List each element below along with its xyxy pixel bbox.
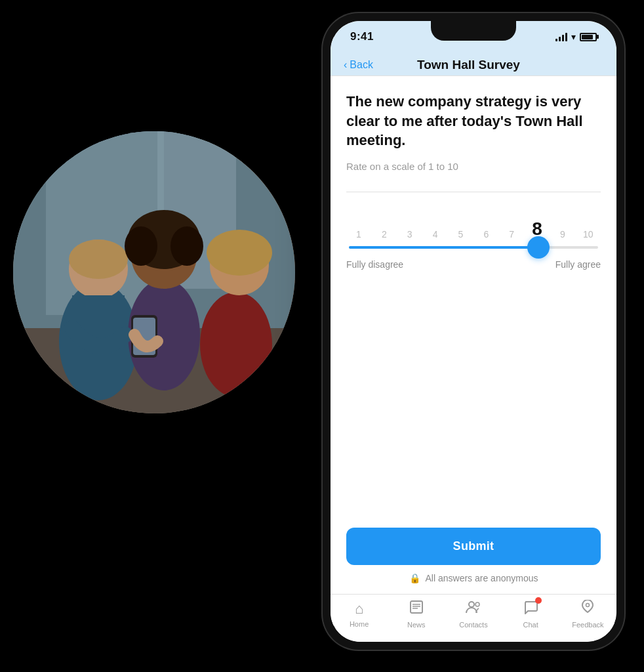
submit-area: Submit 🔒 All answers are anonymous <box>331 508 616 594</box>
svg-point-23 <box>469 602 474 607</box>
scale-6: 6 <box>476 229 496 240</box>
anonymous-text: All answers are anonymous <box>426 573 538 583</box>
hero-photo <box>13 131 295 413</box>
slider-labels: Fully disagree Fully agree <box>346 259 601 270</box>
scale-9: 9 <box>553 229 573 240</box>
news-icon <box>409 600 424 618</box>
tab-feedback[interactable]: Feedback <box>568 600 607 629</box>
tab-contacts[interactable]: Contacts <box>454 600 493 629</box>
back-button[interactable]: ‹ Back <box>344 59 373 71</box>
scale-4: 4 <box>426 229 445 240</box>
scale-hint: Rate on a scale of 1 to 10 <box>346 161 601 172</box>
anonymous-note: 🔒 All answers are anonymous <box>346 573 601 583</box>
tab-feedback-label: Feedback <box>572 621 603 629</box>
scale-numbers: 1 2 3 4 5 6 7 8 9 10 <box>346 219 601 240</box>
submit-button[interactable]: Submit <box>346 528 601 565</box>
phone-notch <box>431 21 516 41</box>
page-title: Town Hall Survey <box>373 58 564 72</box>
home-icon: ⌂ <box>355 600 363 618</box>
slider-thumb[interactable] <box>527 236 550 259</box>
rating-slider[interactable] <box>346 246 601 249</box>
scale-3: 3 <box>400 229 420 240</box>
nav-bar: ‹ Back Town Hall Survey <box>331 52 616 76</box>
survey-content: The new company strategy is very clear t… <box>331 76 616 508</box>
svg-point-24 <box>475 602 479 606</box>
tab-chat-label: Chat <box>523 621 538 629</box>
scale-2: 2 <box>374 229 394 240</box>
survey-question: The new company strategy is very clear t… <box>346 92 601 150</box>
phone-frame: 9:41 ▾ ‹ Back Town Hall Survey <box>323 13 624 650</box>
chat-badge <box>535 597 542 604</box>
scale-10: 10 <box>578 229 598 240</box>
tab-contacts-label: Contacts <box>459 621 487 629</box>
lock-icon: 🔒 <box>409 573 420 583</box>
label-min: Fully disagree <box>346 259 403 270</box>
scale-5: 5 <box>451 229 471 240</box>
svg-point-25 <box>586 604 590 607</box>
tab-home-label: Home <box>350 620 369 628</box>
status-icons: ▾ <box>555 32 597 42</box>
signal-icon <box>555 32 567 41</box>
slider-track <box>349 246 598 249</box>
svg-rect-19 <box>411 601 422 613</box>
scale-7: 7 <box>502 229 521 240</box>
tab-home[interactable]: ⌂ Home <box>340 600 379 628</box>
phone-screen: 9:41 ▾ ‹ Back Town Hall Survey <box>331 21 616 642</box>
battery-icon <box>580 33 597 41</box>
tab-chat[interactable]: Chat <box>511 600 550 629</box>
tab-bar: ⌂ Home News <box>331 594 616 642</box>
chat-icon <box>523 600 538 618</box>
tab-news-label: News <box>407 621 426 629</box>
contacts-icon <box>466 600 481 618</box>
status-time: 9:41 <box>350 30 374 43</box>
slider-fill <box>349 246 538 249</box>
svg-rect-18 <box>13 131 295 413</box>
chevron-left-icon: ‹ <box>344 59 347 71</box>
scale-1: 1 <box>349 229 369 240</box>
tab-news[interactable]: News <box>397 600 436 629</box>
feedback-icon <box>580 600 595 618</box>
divider <box>346 192 601 192</box>
label-max: Fully agree <box>555 259 601 270</box>
back-label: Back <box>350 59 373 71</box>
wifi-icon: ▾ <box>571 32 576 42</box>
people-image <box>13 131 295 413</box>
